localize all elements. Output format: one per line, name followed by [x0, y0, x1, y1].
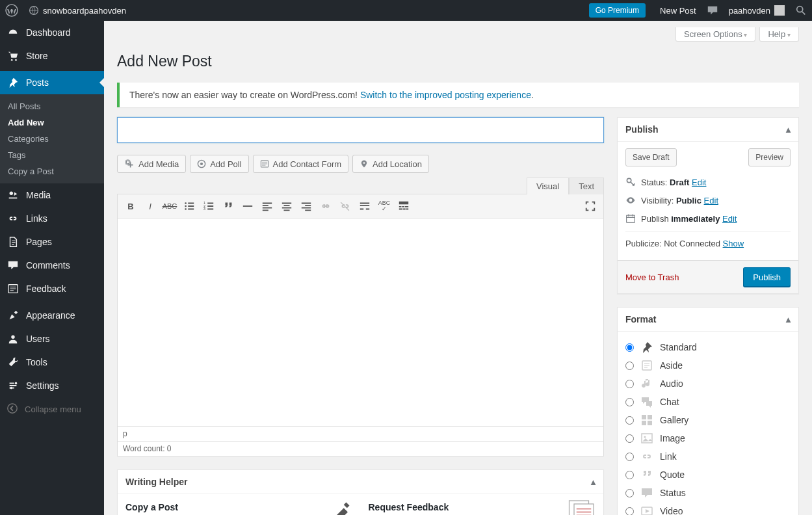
save-draft-button[interactable]: Save Draft [625, 148, 677, 166]
help-button[interactable]: Help [759, 27, 799, 42]
number-list-button[interactable]: 123 [200, 197, 218, 215]
status-row: Status: Draft Edit [625, 173, 791, 191]
align-left-button[interactable] [258, 197, 276, 215]
add-poll-button[interactable]: Add Poll [190, 155, 248, 173]
pin-icon [7, 76, 20, 89]
more-button[interactable] [356, 197, 374, 215]
format-video[interactable]: Video [625, 502, 791, 515]
align-right-button[interactable] [297, 197, 315, 215]
format-quote[interactable]: Quote [625, 466, 791, 484]
svg-point-5 [10, 192, 13, 195]
fullscreen-button[interactable] [581, 197, 599, 215]
wp-logo[interactable] [0, 0, 23, 21]
wpbody: Screen Options Help Add New Post There's… [104, 0, 812, 515]
sidebar-item-posts[interactable]: Posts [0, 71, 104, 94]
pencil-icon [315, 494, 361, 515]
submenu-item-copy-a-post[interactable]: Copy a Post [0, 163, 104, 179]
search-icon[interactable] [790, 0, 812, 21]
add-contact-form-button[interactable]: Add Contact Form [253, 155, 349, 173]
spellcheck-button[interactable]: ABC✓ [375, 197, 393, 215]
format-gallery[interactable]: Gallery [625, 411, 791, 429]
sidebar-item-appearance[interactable]: Appearance [0, 304, 104, 327]
edit-visibility-link[interactable]: Edit [704, 196, 718, 205]
submenu-item-add-new[interactable]: Add New [0, 114, 104, 131]
svg-point-8 [15, 382, 18, 385]
sidebar-item-comments[interactable]: Comments [0, 254, 104, 277]
format-link[interactable]: Link [625, 447, 791, 466]
add-media-button[interactable]: Add Media [117, 155, 186, 173]
writing-helper-heading[interactable]: Writing Helper▴ [118, 470, 603, 494]
new-post-link[interactable]: New Post [655, 0, 701, 21]
strike-button[interactable]: ABC [161, 197, 179, 215]
publish-button[interactable]: Publish [743, 267, 791, 287]
format-image[interactable]: Image [625, 429, 791, 447]
notifications-icon[interactable] [701, 0, 724, 21]
account-link[interactable]: paahovden [724, 0, 790, 21]
bold-button[interactable]: B [122, 197, 140, 215]
word-count: Word count: 0 [117, 442, 604, 456]
sidebar-item-settings[interactable]: Settings [0, 374, 104, 397]
admin-bar: snowboardpaahovden Go Premium New Post p… [0, 0, 812, 21]
sidebar-item-pages[interactable]: Pages [0, 230, 104, 254]
site-link[interactable]: snowboardpaahovden [23, 0, 131, 21]
editor-toolbar: B I ABC 123 ABC✓ [117, 194, 604, 218]
aside-icon [640, 359, 653, 372]
svg-rect-31 [642, 421, 646, 425]
publicize-row: Publicize: Not Connected Show [625, 231, 791, 252]
link-button[interactable] [317, 197, 335, 215]
tools-icon [7, 356, 20, 369]
align-center-button[interactable] [278, 197, 296, 215]
svg-point-10 [8, 404, 17, 413]
go-premium-button[interactable]: Go Premium [584, 0, 655, 21]
feedback-icon [7, 282, 20, 295]
format-chat[interactable]: Chat [625, 393, 791, 411]
svg-point-2 [797, 7, 803, 12]
edit-status-link[interactable]: Edit [692, 178, 706, 187]
edit-schedule-link[interactable]: Edit [722, 214, 737, 224]
svg-point-7 [11, 336, 14, 339]
collapse-menu[interactable]: Collapse menu [0, 397, 104, 421]
trash-link[interactable]: Move to Trash [625, 272, 679, 282]
add-location-button[interactable]: Add Location [352, 155, 429, 173]
format-aside[interactable]: Aside [625, 356, 791, 375]
hr-button[interactable] [239, 197, 257, 215]
sidebar-item-media[interactable]: Media [0, 183, 104, 207]
submenu-item-tags[interactable]: Tags [0, 147, 104, 163]
preview-button[interactable]: Preview [748, 148, 791, 166]
svg-point-4 [15, 59, 17, 61]
sidebar-item-links[interactable]: Links [0, 207, 104, 230]
bullet-list-button[interactable] [180, 197, 198, 215]
publish-box: Publish▴ Save Draft Preview Status: Draf… [617, 117, 799, 294]
submenu-item-categories[interactable]: Categories [0, 131, 104, 147]
tab-visual[interactable]: Visual [527, 178, 569, 194]
helper-request-feedback[interactable]: Request Feedback Get feedback on this dr… [361, 494, 558, 515]
sidebar-item-tools[interactable]: Tools [0, 350, 104, 374]
format-audio[interactable]: Audio [625, 375, 791, 393]
sidebar-item-users[interactable]: Users [0, 327, 104, 350]
sidebar-item-dashboard[interactable]: Dashboard [0, 21, 104, 44]
submenu-item-all-posts[interactable]: All Posts [0, 98, 104, 114]
editor-content[interactable] [117, 218, 604, 427]
italic-button[interactable]: I [141, 197, 159, 215]
sidebar-item-feedback[interactable]: Feedback [0, 277, 104, 300]
format-status[interactable]: Status [625, 484, 791, 502]
quote-button[interactable] [219, 197, 237, 215]
unlink-button[interactable] [336, 197, 354, 215]
publish-heading[interactable]: Publish▴ [618, 118, 798, 142]
format-standard[interactable]: Standard [625, 338, 791, 356]
format-heading[interactable]: Format▴ [618, 308, 798, 332]
chevron-up-icon: ▴ [786, 314, 791, 324]
helper-copy-post[interactable]: Copy a Post Use an existing post as a te… [118, 494, 315, 515]
document-icon [558, 494, 603, 515]
tab-text[interactable]: Text [569, 178, 604, 194]
kitchen-sink-button[interactable] [395, 197, 413, 215]
sidebar-item-store[interactable]: Store [0, 44, 104, 68]
collapse-icon [7, 403, 18, 416]
schedule-row: Publish immediately Edit [625, 209, 791, 228]
svg-point-14 [200, 163, 203, 165]
publicize-show-link[interactable]: Show [723, 239, 744, 248]
screen-options-button[interactable]: Screen Options [675, 27, 755, 42]
notice-link[interactable]: Switch to the improved posting experienc… [360, 90, 531, 100]
title-input[interactable] [117, 117, 604, 143]
notice: There's now an easier way to create on W… [117, 83, 799, 107]
